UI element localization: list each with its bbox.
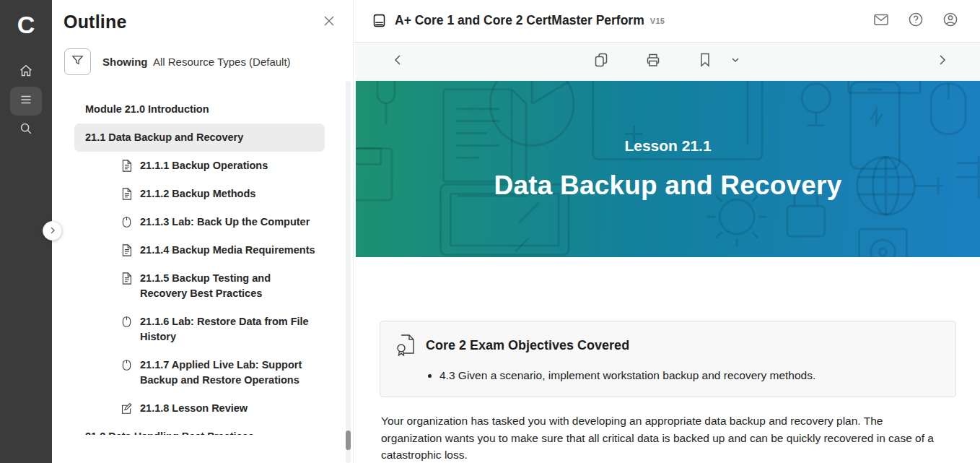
lesson-review-icon bbox=[121, 402, 133, 415]
document-icon bbox=[121, 159, 133, 173]
outline-panel-title: Outline bbox=[64, 12, 127, 33]
outline-item[interactable]: 21.1.8 Lesson Review bbox=[74, 394, 325, 423]
document-icon bbox=[121, 243, 133, 257]
outline-scrollbar-thumb[interactable] bbox=[346, 430, 351, 450]
close-outline-button[interactable] bbox=[320, 13, 338, 32]
close-icon bbox=[322, 14, 336, 31]
tech-doodle-pattern bbox=[356, 81, 980, 257]
mail-icon bbox=[872, 11, 890, 31]
filter-button[interactable] bbox=[64, 48, 91, 75]
lab-mouse-icon bbox=[121, 315, 133, 329]
chevron-left-icon bbox=[392, 53, 405, 69]
outline-item-label: 21.1.7 Applied Live Lab: Support Backup … bbox=[140, 358, 318, 388]
lesson-content: Core 2 Exam Objectives Covered 4.3 Given… bbox=[356, 257, 980, 463]
outline-scrollbar-track bbox=[346, 81, 351, 463]
outline-item[interactable]: 21.1.5 Backup Testing and Recovery Best … bbox=[74, 264, 325, 308]
outline-item-label: 21.1.2 Backup Methods bbox=[140, 186, 255, 202]
outline-item-label: 21.2 Data Handling Best Practices bbox=[85, 429, 254, 435]
course-version: V15 bbox=[650, 17, 665, 25]
outline-item-label: Module 21.0 Introduction bbox=[85, 102, 209, 117]
messages-button[interactable] bbox=[872, 12, 891, 30]
outline-item: Module 21.0 Introduction bbox=[74, 95, 325, 124]
print-button[interactable] bbox=[641, 49, 665, 74]
outline-toggle-button[interactable] bbox=[10, 87, 42, 116]
outline-panel: Outline Showing All Resource Types (Defa… bbox=[52, 0, 354, 463]
comptia-logo[interactable]: C bbox=[17, 6, 35, 43]
book-icon bbox=[372, 13, 387, 28]
outline-item-label: 21.1.3 Lab: Back Up the Computer bbox=[140, 215, 310, 230]
lesson-hero-banner: Lesson 21.1 Data Backup and Recovery bbox=[356, 81, 980, 257]
course-header: A+ Core 1 and Core 2 CertMaster Perform … bbox=[354, 0, 980, 43]
next-page-button[interactable] bbox=[929, 49, 954, 74]
help-icon bbox=[907, 11, 924, 31]
lesson-number: Lesson 21.1 bbox=[624, 137, 711, 155]
outline-item-label: 21.1 Data Backup and Recovery bbox=[85, 130, 243, 145]
chevron-right-icon bbox=[48, 225, 57, 238]
objective-item: 4.3 Given a scenario, implement workstat… bbox=[439, 368, 941, 384]
outline-item[interactable]: 21.1.7 Applied Live Lab: Support Backup … bbox=[74, 351, 325, 394]
filter-funnel-icon bbox=[71, 53, 84, 70]
outline-item-label: 21.1.1 Backup Operations bbox=[140, 158, 268, 173]
home-icon bbox=[18, 63, 34, 82]
document-icon bbox=[121, 272, 133, 285]
search-button[interactable] bbox=[10, 116, 42, 144]
help-button[interactable] bbox=[906, 12, 925, 30]
lesson-toolbar bbox=[356, 43, 980, 81]
bookmark-menu-button[interactable] bbox=[723, 49, 748, 74]
app: C Outline bbox=[0, 0, 980, 463]
chevron-down-icon bbox=[730, 55, 740, 68]
outline-item[interactable]: 21.1.6 Lab: Restore Data from File Histo… bbox=[74, 308, 325, 351]
lab-mouse-icon bbox=[121, 358, 133, 372]
panel-expand-button[interactable] bbox=[43, 221, 62, 241]
account-button[interactable] bbox=[941, 12, 960, 30]
outline-item-label: 21.1.8 Lesson Review bbox=[140, 401, 248, 416]
lesson-title: Data Backup and Recovery bbox=[494, 170, 842, 201]
course-title: A+ Core 1 and Core 2 CertMaster Perform bbox=[395, 13, 644, 28]
lab-mouse-icon bbox=[121, 215, 133, 229]
objectives-title: Core 2 Exam Objectives Covered bbox=[426, 338, 629, 353]
filter-value[interactable]: All Resource Types (Default) bbox=[153, 56, 291, 68]
outline-item[interactable]: 21.1.4 Backup Media Requirements bbox=[74, 236, 325, 264]
objectives-list: 4.3 Given a scenario, implement workstat… bbox=[439, 368, 941, 384]
outline-item[interactable]: 21.1.3 Lab: Back Up the Computer bbox=[74, 208, 325, 236]
main-area: A+ Core 1 and Core 2 CertMaster Perform … bbox=[354, 0, 980, 463]
printer-icon bbox=[644, 51, 662, 72]
outline-item-label: 21.1.4 Backup Media Requirements bbox=[140, 243, 315, 258]
menu-icon bbox=[18, 92, 34, 111]
outline-item[interactable]: 21.1.1 Backup Operations bbox=[74, 152, 325, 180]
copy-button[interactable] bbox=[589, 49, 613, 74]
document-icon bbox=[121, 187, 133, 201]
outline-item-label: 21.1.6 Lab: Restore Data from File Histo… bbox=[140, 314, 318, 345]
outline-item[interactable]: 21.2 Data Handling Best Practices bbox=[74, 423, 325, 435]
search-icon bbox=[18, 121, 34, 139]
outline-item-label: 21.1.5 Backup Testing and Recovery Best … bbox=[140, 271, 318, 301]
certificate-icon bbox=[395, 332, 416, 359]
chevron-right-icon bbox=[935, 53, 948, 69]
outline-item[interactable]: 21.1 Data Backup and Recovery bbox=[74, 124, 325, 152]
home-button[interactable] bbox=[10, 58, 42, 87]
exam-objectives-box: Core 2 Exam Objectives Covered 4.3 Given… bbox=[380, 321, 956, 397]
bookmark-icon bbox=[696, 51, 714, 72]
outline-list: Module 21.0 Introduction21.1 Data Backup… bbox=[74, 95, 325, 435]
profile-icon bbox=[942, 11, 959, 31]
outline-item[interactable]: 21.1.2 Backup Methods bbox=[74, 180, 325, 208]
filter-showing-label: Showing bbox=[102, 56, 148, 68]
copy-icon bbox=[592, 51, 610, 72]
previous-page-button[interactable] bbox=[386, 49, 411, 74]
bookmark-button[interactable] bbox=[693, 49, 717, 74]
lesson-paragraph: Your organization has tasked you with de… bbox=[381, 412, 945, 463]
